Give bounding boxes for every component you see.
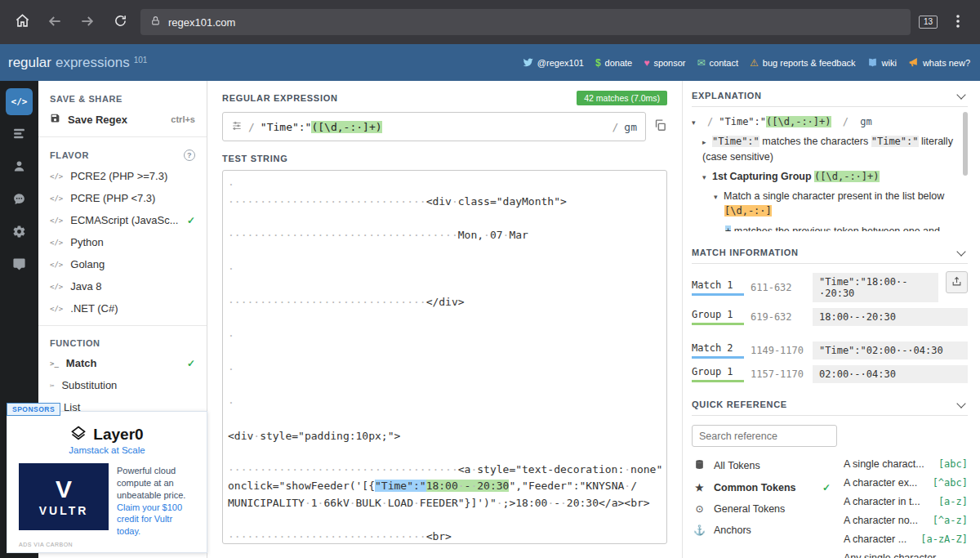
reload-button[interactable] bbox=[108, 10, 132, 34]
save-regex-button[interactable]: Save Regex ctrl+s bbox=[38, 108, 207, 131]
regex-input[interactable]: / "Time":"([\d,-:·]+) / gm bbox=[222, 112, 646, 141]
divider bbox=[38, 136, 207, 137]
copy-regex-button[interactable] bbox=[653, 118, 667, 135]
regex-delimiter-open: / bbox=[248, 121, 255, 133]
flavor-heading: FLAVOR ? bbox=[38, 143, 207, 165]
flavor-item-python[interactable]: </> Python bbox=[38, 231, 207, 253]
nav-donate-link[interactable]: $ donate bbox=[595, 58, 632, 68]
rail-regex-editor[interactable]: </> bbox=[6, 88, 33, 115]
vultr-ad-link[interactable]: Claim your $100 credit for Vultr today. bbox=[117, 502, 182, 537]
collapse-arrow-icon[interactable]: ▾ bbox=[702, 173, 706, 181]
tab-count-badge[interactable]: 13 bbox=[919, 16, 938, 29]
regex-flags[interactable]: gm bbox=[624, 121, 637, 133]
code-icon: </> bbox=[50, 217, 63, 225]
site-logo[interactable]: regular expressions 101 bbox=[8, 55, 147, 71]
nav-bug-reports-link[interactable]: ⚠ bug reports & feedback bbox=[750, 58, 856, 68]
rail-community[interactable] bbox=[6, 186, 33, 213]
nav-wiki-link[interactable]: wiki bbox=[867, 57, 897, 68]
reference-item[interactable]: A character ... [a-zA-Z] bbox=[844, 529, 968, 548]
save-share-heading: SAVE & SHARE bbox=[38, 87, 207, 108]
flavor-item-java8[interactable]: </> Java 8 bbox=[38, 275, 207, 297]
function-item-substitution[interactable]: ✂ Substitution bbox=[38, 374, 207, 396]
flavor-help-icon[interactable]: ? bbox=[184, 150, 195, 161]
logo-word-expressions: expressions bbox=[56, 55, 130, 71]
nav-contact-link[interactable]: ✉ contact bbox=[697, 58, 739, 68]
reference-search-input[interactable] bbox=[692, 425, 837, 447]
export-matches-button[interactable] bbox=[946, 271, 968, 293]
match-information-heading: MATCH INFORMATION bbox=[692, 248, 799, 257]
match-count-badge: 42 matches (7.0ms) bbox=[577, 91, 667, 105]
home-icon bbox=[15, 13, 30, 31]
flavor-item-golang[interactable]: </> Golang bbox=[38, 253, 207, 275]
warning-icon: ⚠ bbox=[750, 58, 759, 68]
explanation-row-charclass[interactable]: ▾ Match a single character present in th… bbox=[692, 189, 968, 219]
reference-item[interactable]: Any single character... bbox=[844, 548, 968, 558]
reference-item[interactable]: A character ex... [^abc] bbox=[844, 473, 968, 492]
flavor-item-ecmascript[interactable]: </> ECMAScript (JavaSc... ✓ bbox=[38, 209, 207, 231]
explanation-row-literal[interactable]: ▸ "Time":" matches the characters "Time"… bbox=[692, 134, 968, 164]
match-row-2[interactable]: Match 2 1149-1170 "Time":"02:00·-·04:30 bbox=[692, 341, 968, 359]
menu-kebab-button[interactable] bbox=[946, 10, 970, 34]
explanation-section: EXPLANATION ▾ /"Time":"([\d,-:·]+) / gm … bbox=[692, 91, 968, 231]
group-row-1[interactable]: Group 1 619-632 18:00·-·20:30 bbox=[692, 308, 968, 326]
export-icon bbox=[951, 275, 962, 290]
twitter-icon bbox=[523, 57, 533, 68]
group-row-2[interactable]: Group 1 1157-1170 02:00·-·04:30 bbox=[692, 365, 968, 383]
reference-item[interactable]: A character in t... [a-z] bbox=[844, 492, 968, 511]
function-item-match[interactable]: >_ Match ✓ bbox=[38, 352, 207, 374]
collapse-chevron-icon[interactable] bbox=[956, 399, 965, 408]
layer0-ad-link[interactable]: Layer0 bbox=[7, 425, 207, 444]
rail-feedback[interactable] bbox=[6, 252, 33, 279]
collapse-chevron-icon[interactable] bbox=[956, 247, 965, 256]
quick-reference-section: QUICK REFERENCE All Tokens ★ Common Toke… bbox=[692, 400, 968, 558]
scissors-icon: ✂ bbox=[50, 382, 54, 390]
home-button[interactable] bbox=[10, 10, 34, 34]
nav-whats-new-link[interactable]: whats new? bbox=[908, 57, 970, 68]
match-information-section: MATCH INFORMATION Match 1 611-632 "Time"… bbox=[692, 248, 968, 383]
forward-button[interactable] bbox=[75, 10, 100, 34]
test-string-editor[interactable]: ································<div·cla… bbox=[222, 170, 667, 544]
nav-sponsor-link[interactable]: ♥ sponsor bbox=[644, 58, 685, 68]
explanation-heading: EXPLANATION bbox=[692, 91, 762, 100]
category-anchors[interactable]: ⚓ Anchors bbox=[692, 520, 832, 541]
explanation-row-regex[interactable]: ▾ /"Time":"([\d,-:·]+) / gm bbox=[692, 114, 968, 129]
rail-library[interactable] bbox=[6, 121, 33, 148]
regex-pattern: "Time":"([\d,-:·]+) bbox=[261, 121, 607, 133]
code-icon: </> bbox=[50, 305, 63, 313]
star-icon: ★ bbox=[693, 482, 706, 493]
flavor-item-pcre2[interactable]: </> PCRE2 (PHP >=7.3) bbox=[38, 165, 207, 187]
explanation-row-quantifier[interactable]: + matches the previous token between one… bbox=[692, 224, 968, 231]
code-icon: </> bbox=[50, 194, 63, 203]
rail-settings[interactable] bbox=[6, 219, 33, 246]
match-row-1[interactable]: Match 1 611-632 "Time":"18:00·-·20:30 bbox=[692, 273, 968, 302]
collapse-chevron-icon[interactable] bbox=[956, 90, 965, 99]
insert-token-icon[interactable] bbox=[231, 120, 243, 134]
flavor-item-dotnet[interactable]: </> .NET (C#) bbox=[38, 297, 207, 319]
rail-account[interactable] bbox=[6, 154, 33, 181]
flavor-item-pcre[interactable]: </> PCRE (PHP <7.3) bbox=[38, 187, 207, 209]
layer0-tagline[interactable]: Jamstack at Scale bbox=[7, 445, 207, 455]
category-all-tokens[interactable]: All Tokens bbox=[692, 454, 832, 477]
explanation-scrollbar[interactable] bbox=[963, 112, 968, 176]
reference-item[interactable]: A single charact... [abc] bbox=[844, 454, 968, 473]
copy-icon bbox=[653, 118, 667, 135]
circle-dot-icon: ⊙ bbox=[693, 503, 706, 515]
expand-arrow-icon[interactable]: ▸ bbox=[702, 138, 706, 146]
sponsors-tag[interactable]: SPONSORS bbox=[7, 403, 60, 416]
reload-icon bbox=[114, 14, 127, 30]
collapse-arrow-icon[interactable]: ▾ bbox=[692, 118, 696, 127]
url-bar[interactable]: regex101.com bbox=[140, 9, 911, 35]
lock-icon bbox=[150, 16, 161, 29]
reference-item[interactable]: A character no... [^a-z] bbox=[844, 511, 968, 529]
category-general-tokens[interactable]: ⊙ General Tokens bbox=[692, 498, 832, 520]
vultr-ad-logo[interactable]: V VULTR bbox=[19, 463, 109, 530]
vultr-v-glyph: V bbox=[56, 477, 72, 502]
code-icon: </> bbox=[50, 261, 63, 269]
terminal-icon: >_ bbox=[50, 359, 59, 368]
explanation-row-group[interactable]: ▾ 1st Capturing Group ([\d,-:·]+) bbox=[692, 169, 968, 184]
category-common-tokens[interactable]: ★ Common Tokens ✓ bbox=[692, 477, 832, 498]
back-button[interactable] bbox=[42, 10, 67, 34]
collapse-arrow-icon[interactable]: ▾ bbox=[714, 193, 718, 201]
code-icon: </> bbox=[50, 172, 63, 181]
nav-twitter-link[interactable]: @regex101 bbox=[523, 57, 584, 68]
